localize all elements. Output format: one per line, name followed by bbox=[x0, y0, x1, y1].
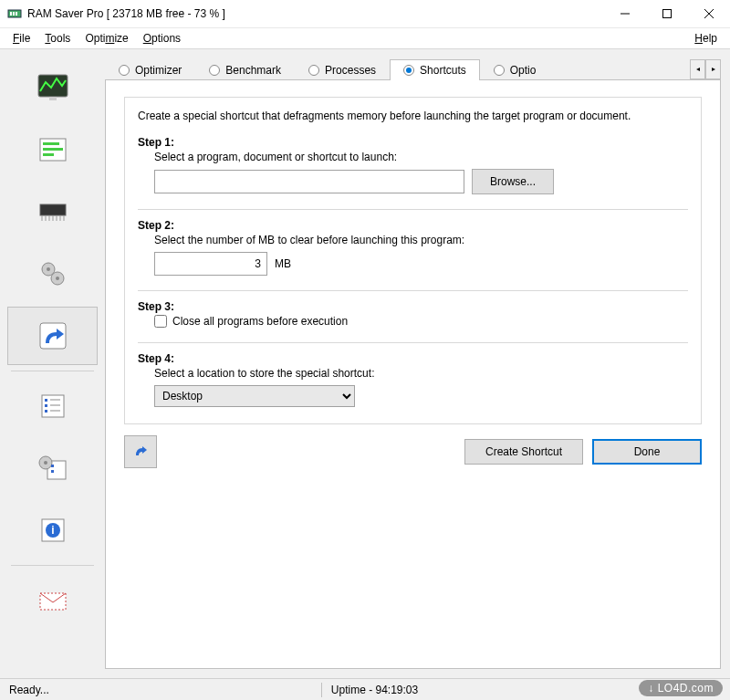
mb-unit-label: MB bbox=[275, 257, 291, 270]
step1-title: Step 1: bbox=[138, 136, 688, 149]
app-icon bbox=[7, 6, 22, 21]
tab-scroll-left[interactable]: ◂ bbox=[690, 59, 705, 79]
sidebar-processes-button[interactable] bbox=[7, 183, 98, 241]
sidebar-benchmark-button[interactable] bbox=[7, 120, 98, 179]
browse-button[interactable]: Browse... bbox=[472, 169, 554, 194]
step3-title: Step 3: bbox=[138, 300, 688, 313]
tab-optimizer[interactable]: Optimizer bbox=[105, 59, 195, 80]
sidebar-mail-button[interactable] bbox=[7, 571, 98, 630]
titlebar: RAM Saver Pro [ 23718 MB free - 73 % ] bbox=[0, 0, 730, 28]
svg-rect-28 bbox=[45, 399, 47, 402]
create-shortcut-icon-button[interactable] bbox=[124, 435, 157, 468]
sidebar-info-button[interactable]: i bbox=[7, 501, 98, 559]
monitor-chart-icon bbox=[35, 69, 71, 106]
status-uptime: Uptime - 94:19:03 bbox=[331, 684, 418, 696]
gears-icon bbox=[35, 256, 71, 292]
tab-label: Optio bbox=[510, 64, 537, 77]
info-icon: i bbox=[35, 512, 71, 549]
menu-optimize[interactable]: Optimize bbox=[78, 30, 135, 47]
step4-title: Step 4: bbox=[138, 352, 688, 365]
svg-rect-5 bbox=[663, 10, 672, 18]
sidebar-tasks-button[interactable] bbox=[7, 377, 98, 435]
svg-rect-12 bbox=[43, 148, 63, 151]
tab-processes[interactable]: Processes bbox=[295, 59, 390, 80]
gear-checklist-icon bbox=[35, 450, 71, 486]
svg-point-25 bbox=[56, 277, 59, 280]
sidebar-shortcuts-button[interactable] bbox=[7, 307, 98, 365]
menu-help[interactable]: Help bbox=[687, 30, 725, 47]
tab-options[interactable]: Optio bbox=[480, 59, 550, 80]
sidebar-optimizer-button[interactable] bbox=[7, 58, 98, 117]
statusbar: Ready... Uptime - 94:19:03 bbox=[0, 678, 730, 700]
tab-benchmark[interactable]: Benchmark bbox=[195, 59, 295, 80]
svg-rect-37 bbox=[51, 465, 54, 467]
shortcuts-panel: Create a special shortcut that defragmen… bbox=[105, 79, 721, 669]
sidebar-settings-button[interactable] bbox=[7, 245, 98, 303]
tab-strip: Optimizer Benchmark Processes Shortcuts … bbox=[105, 58, 721, 79]
minimize-button[interactable] bbox=[604, 0, 646, 27]
status-left: Ready... bbox=[9, 684, 312, 696]
svg-rect-2 bbox=[13, 12, 15, 16]
menu-options[interactable]: Options bbox=[136, 30, 188, 47]
create-shortcut-button[interactable]: Create Shortcut bbox=[464, 439, 583, 465]
step2-title: Step 2: bbox=[138, 219, 688, 232]
svg-rect-29 bbox=[45, 404, 47, 407]
close-programs-label: Close all programs before execution bbox=[172, 315, 348, 328]
checklist-icon bbox=[35, 388, 71, 424]
tab-label: Shortcuts bbox=[420, 64, 466, 77]
tab-label: Processes bbox=[325, 64, 376, 77]
step4-desc: Select a location to store the special s… bbox=[154, 367, 688, 380]
bars-list-icon bbox=[35, 131, 71, 168]
close-programs-checkbox[interactable] bbox=[154, 315, 167, 328]
tab-label: Optimizer bbox=[135, 64, 182, 77]
watermark: LO4D.com bbox=[639, 680, 723, 696]
shortcut-arrow-icon bbox=[131, 442, 150, 463]
tab-label: Benchmark bbox=[225, 64, 281, 77]
maximize-button[interactable] bbox=[646, 0, 688, 27]
svg-rect-1 bbox=[10, 12, 12, 16]
svg-text:i: i bbox=[51, 524, 54, 537]
svg-rect-14 bbox=[40, 204, 66, 215]
envelope-icon bbox=[35, 582, 71, 619]
svg-rect-9 bbox=[49, 97, 57, 100]
ram-chip-icon bbox=[35, 193, 71, 230]
menubar: File Tools Optimize Options Help bbox=[0, 28, 730, 49]
window-title: RAM Saver Pro [ 23718 MB free - 73 % ] bbox=[27, 7, 604, 20]
intro-text: Create a special shortcut that defragmen… bbox=[138, 109, 688, 123]
location-select[interactable]: Desktop bbox=[154, 385, 355, 407]
step1-desc: Select a program, document or shortcut t… bbox=[154, 151, 688, 163]
sidebar-gear-check-button[interactable] bbox=[7, 439, 98, 497]
sidebar: i bbox=[0, 49, 105, 678]
tab-shortcuts[interactable]: Shortcuts bbox=[390, 59, 480, 80]
shortcut-arrow-icon bbox=[35, 318, 71, 354]
step2-desc: Select the number of MB to clear before … bbox=[154, 234, 688, 246]
svg-rect-11 bbox=[43, 142, 59, 145]
svg-rect-3 bbox=[16, 12, 17, 16]
svg-rect-30 bbox=[45, 410, 47, 413]
program-path-input[interactable] bbox=[154, 170, 464, 193]
close-button[interactable] bbox=[688, 0, 730, 27]
done-button[interactable]: Done bbox=[592, 439, 702, 465]
menu-file[interactable]: File bbox=[5, 30, 37, 47]
svg-rect-13 bbox=[43, 153, 54, 156]
svg-point-24 bbox=[47, 267, 50, 271]
mb-input[interactable] bbox=[154, 252, 267, 276]
svg-rect-38 bbox=[51, 470, 54, 473]
svg-point-36 bbox=[44, 461, 47, 465]
menu-tools[interactable]: Tools bbox=[37, 30, 78, 47]
tab-scroll-right[interactable]: ▸ bbox=[705, 59, 721, 79]
